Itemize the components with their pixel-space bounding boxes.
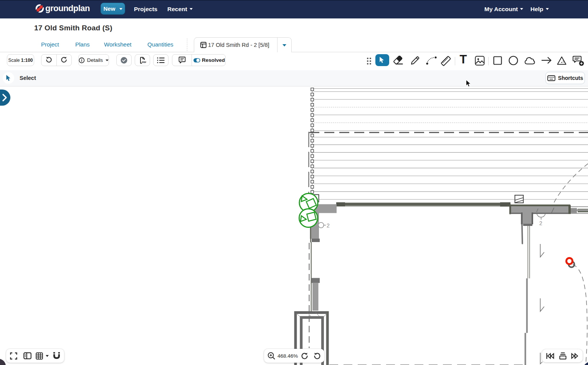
svg-text:PDF: PDF [142,61,146,63]
svg-text:2: 2 [327,222,330,229]
svg-text:2: 2 [539,220,542,226]
